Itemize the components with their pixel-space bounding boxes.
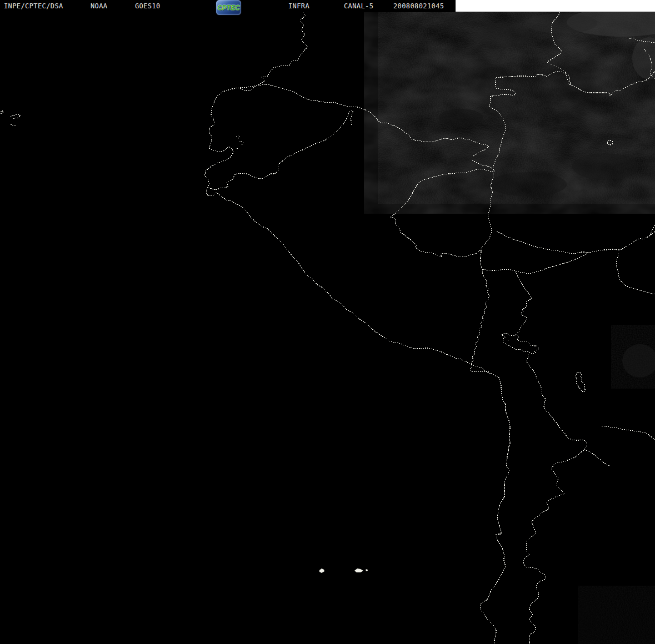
space-background	[0, 12, 655, 644]
header-bar: INPE/CPTEC/DSA NOAA GOES10 INFRA CANAL-5…	[0, 0, 655, 12]
satellite-label: GOES10	[135, 2, 161, 11]
cptec-logo: CPTEC	[216, 0, 241, 15]
satellite-image-viewer: INPE/CPTEC/DSA NOAA GOES10 INFRA CANAL-5…	[0, 0, 655, 644]
timestamp-label: 200808021045	[393, 2, 444, 11]
agency-label: INPE/CPTEC/DSA	[4, 2, 63, 11]
channel-label: CANAL-5	[344, 2, 373, 11]
blank-corner-box	[456, 0, 655, 12]
satellite-map	[0, 12, 655, 644]
noaa-label: NOAA	[91, 2, 108, 11]
product-label: INFRA	[288, 2, 309, 11]
cptec-logo-text: CPTEC	[217, 4, 240, 12]
